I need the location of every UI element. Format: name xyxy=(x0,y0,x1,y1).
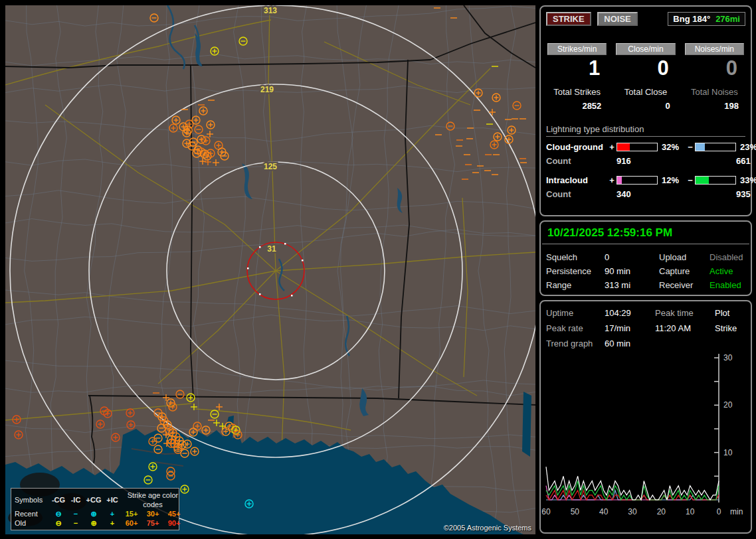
close-per-min-value: 0 xyxy=(616,56,675,82)
noises-per-min-value: 0 xyxy=(685,56,744,82)
trend-graph-label: Trend graph xyxy=(546,339,605,348)
map-legend: Symbols -CG -IC +CG +IC Strike age color… xyxy=(11,488,179,530)
old-pcg-icon: ⊕ xyxy=(84,518,104,528)
ic-pos-count: 340 xyxy=(607,189,727,199)
persistence-label: Persistence xyxy=(546,266,605,276)
old-ncg-icon: ⊖ xyxy=(49,518,68,528)
old-nic-icon: − xyxy=(68,518,84,528)
app-window: 313 219 125 31 Symbols -CG -IC +CG +IC S… xyxy=(0,0,756,539)
peak-rate-label: Peak rate xyxy=(546,323,605,333)
plus-sign: + xyxy=(607,142,616,152)
lightning-distribution: Lightning type distribution Cloud-ground… xyxy=(546,124,745,199)
bearing-readout: Bng 184°276mi xyxy=(668,12,745,26)
total-strikes-label: Total Strikes xyxy=(547,87,607,97)
total-close-label: Total Close xyxy=(616,87,675,97)
lightning-map[interactable]: 313 219 125 31 Symbols -CG -IC +CG +IC S… xyxy=(5,5,535,534)
cloud-ground-label: Cloud-ground xyxy=(546,142,607,152)
peak-rate-value: 17/min xyxy=(605,323,655,333)
receiver-value: Enabled xyxy=(709,280,745,290)
legend-age-header: Strike age color codes xyxy=(121,491,185,509)
ring-label-313: 313 xyxy=(264,6,277,15)
svg-text:0: 0 xyxy=(717,507,721,516)
persistence-value: 90 min xyxy=(605,266,659,276)
age-75: 75+ xyxy=(142,518,163,528)
total-noises-label: Total Noises xyxy=(685,87,744,97)
capture-value: Active xyxy=(709,266,745,276)
total-close-value: 0 xyxy=(616,101,675,111)
close-column: Close/min 0 Total Close 0 xyxy=(616,43,675,111)
svg-text:20: 20 xyxy=(723,400,733,410)
legend-header-pcg: +CG xyxy=(84,495,104,504)
total-noises-value: 198 xyxy=(685,101,744,111)
recent-nic-icon: − xyxy=(68,509,84,518)
bearing-value: Bng 184° xyxy=(673,14,710,24)
svg-text:10: 10 xyxy=(686,507,695,516)
age-60: 60+ xyxy=(121,518,142,528)
svg-text:50: 50 xyxy=(571,507,580,516)
ic-neg-count: 935 xyxy=(727,189,751,199)
noise-toggle-button[interactable]: NOISE xyxy=(597,12,637,26)
svg-text:30: 30 xyxy=(628,507,637,516)
svg-text:10: 10 xyxy=(723,448,733,457)
trend-graph-value: 60 min xyxy=(605,339,655,348)
strikes-column: Strikes/min 1 Total Strikes 2852 xyxy=(547,43,607,111)
age-90: 90+ xyxy=(163,518,185,528)
close-per-min-button[interactable]: Close/min xyxy=(616,43,675,55)
peak-time-value: 11:20 AM xyxy=(655,323,715,333)
recent-ncg-icon: ⊖ xyxy=(49,509,68,518)
squelch-value: 0 xyxy=(605,252,659,262)
range-label: Range xyxy=(546,280,605,290)
noises-column: Noises/min 0 Total Noises 198 xyxy=(685,43,744,111)
plot-label: Plot xyxy=(715,308,745,318)
age-15: 15+ xyxy=(121,509,142,518)
intracloud-label: Intracloud xyxy=(546,175,607,185)
age-45: 45+ xyxy=(163,509,185,518)
cg-neg-pct: 23% xyxy=(736,142,756,152)
uptime-label: Uptime xyxy=(546,308,605,318)
total-strikes-value: 2852 xyxy=(547,101,607,111)
svg-text:40: 40 xyxy=(599,507,609,516)
capture-label: Capture xyxy=(659,266,709,276)
range-value: 313 mi xyxy=(605,280,659,290)
peak-time-label: Peak time xyxy=(655,308,715,318)
ring-label-31: 31 xyxy=(267,244,276,254)
recent-pcg-icon: ⊕ xyxy=(84,509,104,518)
ic-neg-bar xyxy=(695,176,736,185)
upload-label: Upload xyxy=(659,252,709,262)
squelch-label: Squelch xyxy=(546,252,605,262)
datetime-display: 10/21/2025 12:59:16 PM xyxy=(542,222,749,244)
plus-sign: + xyxy=(607,175,616,185)
svg-text:30: 30 xyxy=(723,353,733,362)
ring-label-219: 219 xyxy=(260,85,274,94)
noises-per-min-button[interactable]: Noises/min xyxy=(685,43,744,55)
ring-label-125: 125 xyxy=(264,162,277,171)
legend-row-old: Old xyxy=(15,518,49,528)
plot-value: Strike xyxy=(715,323,745,333)
strike-toggle-button[interactable]: STRIKE xyxy=(546,12,591,26)
minus-sign: − xyxy=(686,175,695,185)
legend-header-symbols: Symbols xyxy=(15,495,49,504)
svg-text:min: min xyxy=(730,507,743,516)
legend-header-ncg: -CG xyxy=(49,495,68,504)
receiver-label: Receiver xyxy=(659,280,709,290)
trend-graph: 1020306050403020100min xyxy=(541,351,751,525)
map-canvas: 313 219 125 31 xyxy=(5,5,535,534)
cg-pos-pct: 32% xyxy=(658,142,686,152)
status-panel: 10/21/2025 12:59:16 PM Squelch 0 Upload … xyxy=(539,220,752,296)
distribution-title: Lightning type distribution xyxy=(546,124,745,137)
old-pic-icon: + xyxy=(104,518,121,528)
minus-sign: − xyxy=(686,142,695,152)
recent-pic-icon: + xyxy=(104,509,121,518)
distance-value: 276mi xyxy=(715,14,740,24)
legend-header-pic: +IC xyxy=(104,495,121,504)
ic-pos-pct: 12% xyxy=(658,175,686,185)
ic-neg-pct: 33% xyxy=(736,175,756,185)
legend-row-recent: Recent xyxy=(15,509,49,518)
svg-text:60: 60 xyxy=(541,507,551,516)
strikes-per-min-value: 1 xyxy=(547,56,607,82)
stats-panel: Uptime 104:29 Peak time Plot Peak rate 1… xyxy=(539,300,752,534)
ic-pos-bar xyxy=(616,176,658,185)
strikes-per-min-button[interactable]: Strikes/min xyxy=(547,43,607,55)
legend-header-nic: -IC xyxy=(68,495,84,504)
cg-pos-count: 916 xyxy=(607,156,727,166)
